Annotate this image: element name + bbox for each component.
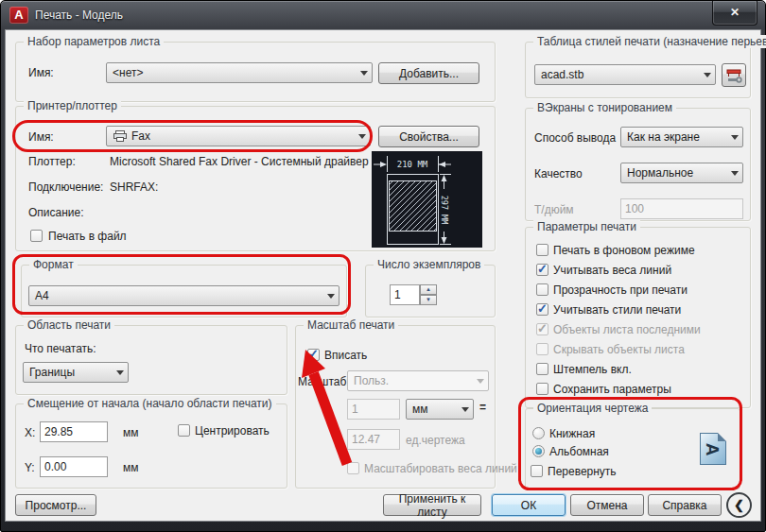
- shade-mode-label: Способ вывода: [534, 131, 616, 145]
- hide-paperspace-checkbox: [536, 343, 548, 355]
- style-table-combobox[interactable]: acad.stb: [534, 64, 716, 85]
- printable-area-hatch: [390, 181, 437, 232]
- scale-unit-value: мм: [407, 403, 458, 416]
- chevron-down-icon: [357, 67, 372, 79]
- scale-unit-combobox[interactable]: мм: [406, 399, 474, 420]
- plot-area-value: Границы: [24, 366, 113, 379]
- close-button[interactable]: ✕: [712, 1, 757, 26]
- page-setup-name-combobox[interactable]: <нет>: [106, 62, 373, 83]
- check-icon: ✓: [308, 347, 319, 361]
- plot-stamp-label: Штемпель вкл.: [553, 363, 632, 376]
- quality-combobox[interactable]: Нормальное: [620, 163, 743, 183]
- offset-y-label: Y:: [25, 461, 35, 474]
- collapse-chevron-icon: ❮: [734, 498, 744, 512]
- ok-button[interactable]: ОК: [492, 494, 566, 516]
- ok-button-label: ОК: [521, 499, 536, 512]
- chevron-down-icon: [355, 130, 370, 143]
- spin-up-button[interactable]: ▲: [420, 284, 437, 295]
- chevron-down-icon: [323, 290, 339, 302]
- printer-icon: [113, 130, 128, 142]
- plot-scale-group-label: Масштаб печати: [304, 318, 398, 332]
- page-setup-name-value: <нет>: [107, 66, 357, 79]
- paper-size-group-label: Формат: [29, 258, 78, 271]
- save-changes-checkbox[interactable]: [536, 383, 548, 395]
- window-title: Печать - Модель: [35, 9, 123, 22]
- scale-lineweights-checkbox: [347, 462, 359, 474]
- spin-down-icon: ▼: [426, 297, 431, 302]
- preview-button[interactable]: Просмотр...: [15, 494, 96, 516]
- style-table-edit-button[interactable]: [722, 63, 746, 87]
- fit-to-paper-checkbox[interactable]: ✓: [307, 349, 320, 361]
- offset-x-input[interactable]: [40, 421, 108, 442]
- orientation-letter: A: [704, 442, 722, 455]
- copies-input[interactable]: [390, 284, 420, 305]
- preview-button-label: Просмотр...: [26, 499, 87, 512]
- orientation-group-label: Ориентация чертежа: [533, 402, 652, 415]
- scale-paper-units-input: [347, 399, 400, 420]
- shade-mode-combobox[interactable]: Как на экране: [620, 127, 743, 147]
- plot-upside-down-label: Перевернуть: [548, 465, 617, 478]
- printer-name-label: Имя:: [28, 130, 54, 144]
- background-plot-checkbox[interactable]: [536, 244, 548, 256]
- description-label: Описание:: [28, 206, 84, 219]
- check-icon: ✓: [537, 301, 548, 316]
- quality-label: Качество: [534, 167, 583, 180]
- plot-area-combobox[interactable]: Границы: [23, 362, 129, 383]
- collapse-options-button[interactable]: ❮: [726, 492, 752, 518]
- cancel-button-label: Отмена: [586, 499, 627, 512]
- plot-upside-down-checkbox[interactable]: [531, 465, 543, 477]
- fit-to-paper-label: Вписать: [324, 349, 367, 362]
- orientation-paper-icon: A: [700, 433, 726, 465]
- style-table-group-label: Таблица стилей печати (назначение перьев…: [533, 35, 766, 48]
- plotter-value: Microsoft Shared Fax Driver - Системный …: [110, 155, 371, 168]
- properties-button[interactable]: Свойства...: [378, 126, 479, 147]
- copies-spinner[interactable]: ▲ ▼: [420, 284, 437, 305]
- plot-stamp-checkbox[interactable]: [536, 363, 548, 375]
- print-to-file-label: Печать в файл: [48, 230, 127, 243]
- print-to-file-checkbox[interactable]: [30, 230, 43, 242]
- plot-options-group-label: Параметры печати: [533, 220, 640, 233]
- paper-size-value: A4: [29, 289, 323, 302]
- help-button-label: Справка: [662, 499, 706, 512]
- shade-mode-value: Как на экране: [621, 130, 727, 144]
- cancel-button[interactable]: Отмена: [570, 494, 644, 516]
- plot-transparency-checkbox[interactable]: [536, 283, 548, 296]
- landscape-radio[interactable]: [532, 445, 545, 457]
- drawing-units-label: ед.чертежа: [406, 434, 465, 447]
- check-icon: ✓: [537, 262, 548, 276]
- equals-sign: =: [479, 401, 486, 414]
- paper-size-combobox[interactable]: A4: [28, 285, 339, 306]
- offset-group-label: Смещение от начала (начало области печат…: [24, 397, 276, 410]
- chevron-down-icon: [113, 367, 128, 379]
- help-button[interactable]: Справка: [648, 494, 722, 516]
- plot-transparency-label: Прозрачность при печати: [553, 283, 688, 297]
- printer-group-label: Принтер/плоттер: [24, 99, 121, 112]
- titlebar[interactable]: A Печать - Модель ✕: [1, 1, 765, 29]
- scale-label: Масштаб:: [298, 375, 350, 388]
- scale-combobox: Польз.: [347, 370, 489, 391]
- spin-up-icon: ▲: [426, 286, 431, 292]
- plot-lineweights-checkbox[interactable]: ✓: [536, 264, 548, 276]
- center-plot-checkbox[interactable]: [178, 424, 190, 437]
- portrait-radio[interactable]: [532, 427, 545, 439]
- apply-to-layout-button[interactable]: Применить к листу: [383, 494, 481, 516]
- add-button[interactable]: Добавить...: [378, 62, 479, 84]
- paper-height-dimension: 297 MM: [440, 196, 449, 225]
- chevron-down-icon: [458, 403, 473, 416]
- plot-area-group: Область печати: [15, 325, 287, 395]
- offset-x-label: X:: [25, 426, 35, 439]
- printer-name-combobox[interactable]: Fax: [106, 126, 371, 146]
- dpi-input: [620, 198, 743, 219]
- paper-width-dimension: 210 MM: [397, 160, 428, 169]
- plot-styles-checkbox[interactable]: ✓: [536, 303, 548, 316]
- offset-y-input[interactable]: [40, 456, 108, 477]
- plot-area-group-label: Область печати: [24, 318, 114, 332]
- copies-group-label: Число экземпляров: [374, 258, 484, 271]
- chevron-down-icon: [727, 167, 742, 180]
- autocad-logo-icon: A: [9, 7, 28, 24]
- properties-button-label: Свойства...: [399, 130, 459, 144]
- quality-value: Нормальное: [621, 166, 727, 180]
- save-changes-label: Сохранить параметры: [553, 383, 671, 396]
- landscape-label: Альбомная: [549, 445, 609, 458]
- spin-down-button[interactable]: ▼: [420, 295, 437, 305]
